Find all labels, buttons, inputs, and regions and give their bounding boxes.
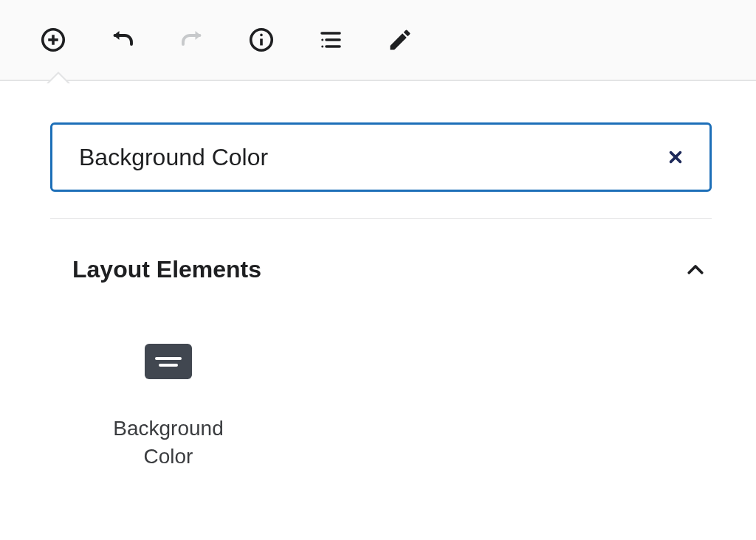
editor-toolbar	[0, 0, 756, 81]
svg-point-5	[260, 34, 263, 37]
add-block-button[interactable]	[37, 24, 69, 56]
redo-icon	[179, 27, 205, 53]
svg-point-10	[321, 46, 323, 48]
pencil-icon	[387, 27, 413, 53]
list-icon	[317, 27, 344, 53]
block-label: Background Color	[94, 415, 242, 471]
close-icon	[667, 149, 684, 165]
search-box	[50, 122, 712, 192]
block-search-input[interactable]	[79, 144, 661, 171]
chevron-up-icon	[684, 259, 707, 281]
outline-button[interactable]	[315, 24, 347, 56]
background-color-block-icon	[145, 344, 192, 379]
collapse-section-button[interactable]	[682, 257, 709, 283]
info-button[interactable]	[245, 24, 278, 56]
svg-point-9	[321, 39, 323, 41]
edit-button[interactable]	[384, 24, 416, 56]
info-icon	[248, 27, 275, 53]
block-background-color[interactable]: Background Color	[72, 335, 264, 480]
section-title: Layout Elements	[72, 256, 261, 283]
search-wrapper	[27, 87, 735, 192]
panel-caret	[47, 72, 70, 83]
section-header[interactable]: Layout Elements	[27, 219, 735, 283]
blocks-grid: Background Color	[27, 283, 735, 502]
clear-search-button[interactable]	[661, 142, 690, 172]
undo-icon	[109, 27, 136, 53]
plus-circle-icon	[40, 27, 66, 53]
undo-button[interactable]	[106, 24, 139, 56]
redo-button	[176, 24, 208, 56]
block-inserter-panel: Layout Elements Background Color	[27, 87, 735, 502]
